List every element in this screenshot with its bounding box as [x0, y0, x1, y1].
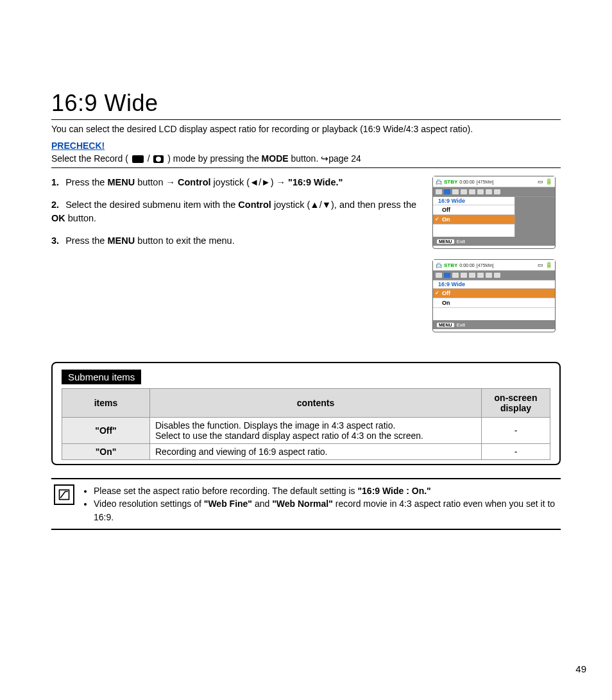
title-rule [51, 119, 561, 120]
osd-icon-row [433, 187, 555, 196]
step-2: 2. Select the desired submenu item with … [51, 198, 420, 225]
arrow-icon: ↪ [321, 153, 328, 164]
th-osd: on-screen display [482, 389, 550, 418]
precheck-after-icons: ) mode by pressing the [167, 153, 261, 164]
osd-screenshots: 📇 STBY 0:00:00 [475Min] ▭ 🔋 16:9 Wide Of… [432, 176, 561, 343]
row-item: "On" [62, 444, 150, 460]
osd-exit-label: Exit [457, 322, 465, 328]
camera-icon [153, 155, 164, 163]
submenu-table: items contents on-screen display "Off" D… [62, 388, 550, 460]
osd-menu-label: MENU [437, 323, 454, 327]
step-3: 3. Press the MENU button to exit the men… [51, 234, 420, 248]
steps-list: 1. Press the MENU button → Control joyst… [51, 176, 420, 257]
osd-min: [475Min] [477, 180, 494, 184]
table-row: "Off" Disables the function. Displays th… [62, 418, 550, 444]
note-item: Video resolution settings of "Web Fine" … [94, 497, 558, 524]
osd-time: 0:00:00 [459, 263, 474, 268]
osd-screen-2: 📇 STBY 0:00:00 [475Min] ▭ 🔋 16:9 Wide Of… [432, 259, 556, 332]
osd-menu-label: MENU [437, 239, 454, 244]
osd-menu-title: 16:9 Wide [433, 280, 555, 289]
precheck-label: PRECHECK! [51, 141, 561, 151]
precheck-after: button. [291, 153, 321, 164]
step-num: 1. [51, 177, 59, 187]
note-box: Please set the aspect ratio before recor… [51, 478, 561, 530]
osd-screen-1: 📇 STBY 0:00:00 [475Min] ▭ 🔋 16:9 Wide Of… [432, 176, 556, 249]
osd-exit-label: Exit [457, 239, 465, 244]
precheck-line: Select the Record ( / ) mode by pressing… [51, 153, 561, 164]
th-items: items [62, 389, 150, 418]
osd-item-on: On [433, 298, 555, 308]
note-item: Please set the aspect ratio before recor… [94, 484, 558, 497]
stby-label: STBY [444, 179, 457, 185]
osd-item-off: Off [433, 289, 555, 298]
submenu-label: Submenu items [62, 370, 141, 384]
page-ref: page 24 [328, 153, 361, 164]
step-1: 1. Press the MENU button → Control joyst… [51, 176, 420, 189]
row-content: Disables the function. Displays the imag… [150, 418, 482, 444]
battery-icon: ▭ 🔋 [538, 178, 552, 185]
row-osd: - [482, 444, 550, 460]
note-list: Please set the aspect ratio before recor… [82, 484, 558, 524]
page-title: 16:9 Wide [51, 90, 561, 117]
submenu-box: Submenu items items contents on-screen d… [51, 362, 561, 465]
precheck-sep: / [148, 153, 153, 164]
stby-label: STBY [444, 262, 457, 268]
intro-text: You can select the desired LCD display a… [51, 124, 561, 134]
osd-time: 0:00:00 [459, 180, 474, 184]
step-num: 3. [51, 235, 59, 246]
row-content: Recording and viewing of 16:9 aspect rat… [150, 444, 482, 460]
table-row: "On" Recording and viewing of 16:9 aspec… [62, 444, 550, 460]
osd-preview [514, 197, 555, 237]
card-icon: 📇 [436, 262, 442, 268]
row-osd: - [482, 418, 550, 444]
osd-icon-row [433, 271, 555, 280]
step-num: 2. [51, 200, 59, 210]
mode-word: MODE [262, 153, 289, 164]
page-number: 49 [575, 663, 586, 674]
battery-icon: ▭ 🔋 [538, 262, 552, 268]
th-contents: contents [150, 389, 482, 418]
note-icon [54, 484, 74, 505]
precheck-rule [51, 167, 561, 168]
precheck-text-before: Select the Record ( [51, 153, 128, 164]
osd-min: [475Min] [477, 263, 494, 268]
card-icon: 📇 [436, 179, 442, 185]
videocam-icon [132, 155, 144, 163]
row-item: "Off" [62, 418, 150, 444]
